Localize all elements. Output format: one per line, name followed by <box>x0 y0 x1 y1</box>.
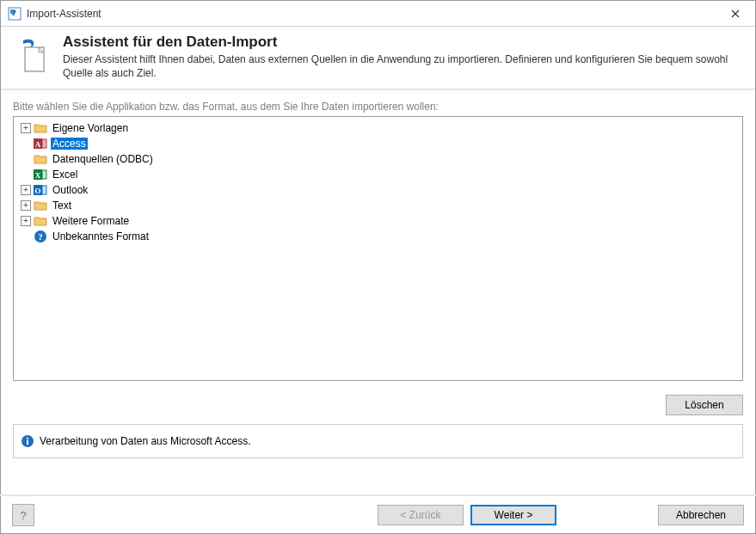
help-icon: ? <box>34 230 47 243</box>
folder-icon <box>34 152 47 166</box>
folder-icon <box>34 121 47 135</box>
folder-icon <box>34 214 47 228</box>
instruction-text: Bitte wählen Sie die Applikation bzw. da… <box>13 101 743 113</box>
expand-icon[interactable]: + <box>21 216 31 226</box>
tree-item-outlook[interactable]: +OOutlook <box>17 182 739 198</box>
outlook-icon: O <box>34 183 47 197</box>
info-panel: Verarbeitung von Daten aus Microsoft Acc… <box>13 424 743 458</box>
window-title: Import-Assistent <box>27 8 716 20</box>
tree-item-label: Outlook <box>51 184 89 196</box>
info-text: Verarbeitung von Daten aus Microsoft Acc… <box>40 435 250 447</box>
tree-item-label: Excel <box>51 169 79 181</box>
info-icon <box>21 434 34 448</box>
next-button[interactable]: Weiter > <box>470 505 556 525</box>
svg-rect-4 <box>42 139 46 148</box>
delete-button[interactable]: Löschen <box>666 395 743 415</box>
expand-spacer <box>21 154 31 164</box>
tree-item-excel[interactable]: XExcel <box>17 167 739 182</box>
wizard-title: Assistent für den Daten-Import <box>63 34 741 51</box>
app-icon <box>8 7 22 21</box>
wizard-footer: ? < Zurück Weiter > Abbrechen <box>0 494 756 534</box>
expand-spacer <box>21 169 31 180</box>
tree-item-unbekanntes-format[interactable]: ?Unbekanntes Format <box>17 229 739 244</box>
excel-icon: X <box>34 168 47 181</box>
delete-row: Löschen <box>1 388 755 420</box>
tree-item-label: Unbekanntes Format <box>51 230 151 242</box>
close-button[interactable] <box>716 1 755 27</box>
tree-item-label: Weitere Formate <box>51 215 131 227</box>
tree-item-text[interactable]: +Text <box>17 198 739 213</box>
tree-item-datenquellen-odbc-[interactable]: Datenquellen (ODBC) <box>17 151 739 167</box>
access-icon: A <box>34 137 47 150</box>
back-button[interactable]: < Zurück <box>378 505 464 525</box>
expand-spacer <box>21 138 31 149</box>
tree-item-weitere-formate[interactable]: +Weitere Formate <box>17 213 739 229</box>
tree-item-eigene-vorlagen[interactable]: +Eigene Vorlagen <box>17 120 739 136</box>
wizard-subtitle: Dieser Assistent hilft Ihnen dabei, Date… <box>63 52 741 80</box>
folder-icon <box>34 199 47 212</box>
expand-icon[interactable]: + <box>21 185 31 195</box>
svg-rect-10 <box>42 186 46 194</box>
tree-item-label: Access <box>51 138 88 150</box>
svg-rect-15 <box>27 438 28 439</box>
expand-icon[interactable]: + <box>21 123 31 133</box>
expand-icon[interactable]: + <box>21 200 31 211</box>
svg-text:A: A <box>35 140 41 149</box>
svg-rect-14 <box>27 440 28 445</box>
wizard-content: Bitte wählen Sie die Applikation bzw. da… <box>1 90 755 388</box>
cancel-button[interactable]: Abbrechen <box>658 505 744 525</box>
svg-text:?: ? <box>38 231 43 242</box>
titlebar: Import-Assistent <box>1 1 755 27</box>
svg-rect-7 <box>42 170 46 179</box>
svg-text:O: O <box>34 187 40 195</box>
tree-item-label: Datenquellen (ODBC) <box>51 153 155 165</box>
expand-spacer <box>21 231 31 242</box>
wizard-header: Assistent für den Daten-Import Dieser As… <box>1 27 755 90</box>
wizard-header-icon <box>15 35 52 73</box>
tree-item-access[interactable]: AAccess <box>17 136 739 151</box>
help-button[interactable]: ? <box>12 504 34 526</box>
svg-text:X: X <box>35 171 41 180</box>
tree-item-label: Text <box>51 199 73 212</box>
help-label: ? <box>20 509 26 522</box>
format-tree[interactable]: +Eigene VorlagenAAccessDatenquellen (ODB… <box>13 116 743 381</box>
tree-item-label: Eigene Vorlagen <box>51 122 130 134</box>
